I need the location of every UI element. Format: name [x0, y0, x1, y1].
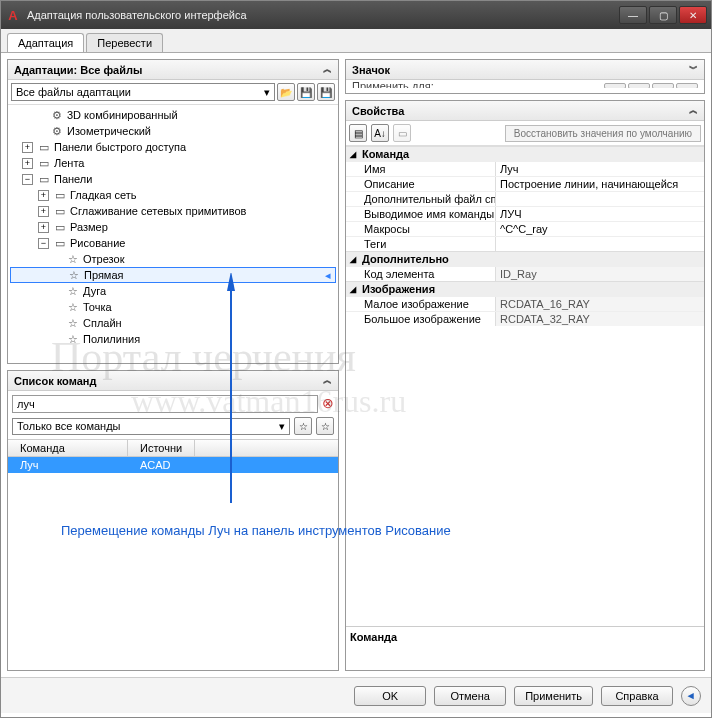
properties-title: Свойства — [352, 105, 404, 117]
help-icon[interactable]: ◂ — [681, 686, 701, 706]
star-icon: ☆ — [67, 269, 81, 282]
restore-defaults-button[interactable]: Восстановить значения по умолчанию — [505, 125, 701, 142]
main-tabs: Адаптация Перевести — [1, 29, 711, 53]
star-icon: ☆ — [66, 285, 80, 298]
props-view-button[interactable]: ▭ — [393, 124, 411, 142]
new-command-button[interactable]: ☆ — [294, 417, 312, 435]
properties-panel: Свойства ︽ ▤ A↓ ▭ Восстановить значения … — [345, 100, 705, 671]
toolbar-icon: ▭ — [53, 189, 67, 202]
toolbar-icon: ▭ — [53, 221, 67, 234]
cancel-button[interactable]: Отмена — [434, 686, 506, 706]
customizations-title: Адаптации: Все файлы — [14, 64, 142, 76]
col-source[interactable]: Источни — [128, 440, 195, 456]
toolbars-icon: ▭ — [37, 173, 51, 186]
command-search-input[interactable] — [12, 395, 318, 413]
adaptation-files-dropdown[interactable]: Все файлы адаптации▾ — [11, 83, 275, 101]
expander-icon[interactable]: + — [38, 190, 49, 201]
sort-button[interactable]: A↓ — [371, 124, 389, 142]
col-command[interactable]: Команда — [8, 440, 128, 456]
command-filter-dropdown[interactable]: Только все команды▾ — [12, 418, 290, 435]
clear-search-icon[interactable]: ⊗ — [322, 395, 334, 413]
save-all-button[interactable]: 💾 — [317, 83, 335, 101]
property-help: Команда — [346, 626, 704, 670]
toolbar-icon: ▭ — [53, 237, 67, 250]
collapse-icon[interactable]: ︽ — [323, 374, 332, 387]
panel-icon: ▭ — [37, 141, 51, 154]
command-table-header: Команда Источни — [8, 439, 338, 457]
find-command-button[interactable]: ☆ — [316, 417, 334, 435]
close-button[interactable]: ✕ — [679, 6, 707, 24]
customizations-panel: Адаптации: Все файлы ︽ Все файлы адаптац… — [7, 59, 339, 364]
icon-panel-title: Значок — [352, 64, 390, 76]
save-button[interactable]: 💾 — [297, 83, 315, 101]
gear-icon: ⚙ — [50, 125, 64, 138]
expander-icon[interactable]: + — [38, 222, 49, 233]
expander-icon[interactable]: + — [38, 206, 49, 217]
expander-icon[interactable]: + — [22, 142, 33, 153]
open-file-button[interactable]: 📂 — [277, 83, 295, 101]
customization-tree[interactable]: ⚙3D комбинированный ⚙Изометрический +▭Па… — [8, 105, 338, 363]
collapse-icon[interactable]: ︽ — [323, 63, 332, 76]
gear-icon: ⚙ — [50, 109, 64, 122]
dialog-footer: OK Отмена Применить Справка ◂ — [1, 677, 711, 713]
command-list-title: Список команд — [14, 375, 96, 387]
tab-translate[interactable]: Перевести — [86, 33, 163, 52]
categorize-button[interactable]: ▤ — [349, 124, 367, 142]
command-table-body[interactable]: Луч ACAD — [8, 457, 338, 670]
apply-button[interactable]: Применить — [514, 686, 593, 706]
star-icon: ☆ — [66, 301, 80, 314]
collapse-icon[interactable]: ︽ — [689, 104, 698, 117]
command-row-selected[interactable]: Луч ACAD — [8, 457, 338, 473]
icon-panel: Значок ︾ Применить для: — [345, 59, 705, 94]
ribbon-icon: ▭ — [37, 157, 51, 170]
expander-icon[interactable]: − — [38, 238, 49, 249]
toolbar-icon: ▭ — [53, 205, 67, 218]
window-title: Адаптация пользовательского интерфейса — [27, 9, 619, 21]
property-grid[interactable]: ◢Команда ИмяЛуч ОписаниеПостроение линии… — [346, 146, 704, 626]
titlebar: A Адаптация пользовательского интерфейса… — [1, 1, 711, 29]
app-icon: A — [5, 7, 21, 23]
annotation-text: Перемещение команды Луч на панель инстру… — [61, 523, 451, 538]
expander-icon[interactable]: − — [22, 174, 33, 185]
expand-icon[interactable]: ︾ — [689, 63, 698, 76]
command-list-panel: Список команд ︽ ⊗ Только все команды▾ ☆ … — [7, 370, 339, 671]
expander-icon[interactable]: + — [22, 158, 33, 169]
ok-button[interactable]: OK — [354, 686, 426, 706]
maximize-button[interactable]: ▢ — [649, 6, 677, 24]
star-icon: ☆ — [66, 333, 80, 346]
help-button[interactable]: Справка — [601, 686, 673, 706]
tab-adapt[interactable]: Адаптация — [7, 33, 84, 52]
drop-target[interactable]: ☆Прямая◂ — [10, 267, 336, 283]
star-icon: ☆ — [66, 253, 80, 266]
minimize-button[interactable]: — — [619, 6, 647, 24]
star-icon: ☆ — [66, 317, 80, 330]
